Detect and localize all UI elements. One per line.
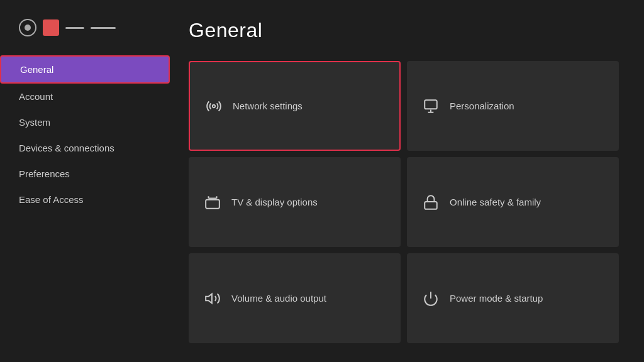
tile-label-volume-audio: Volume & audio output [231,293,326,304]
tile-label-personalization: Personalization [450,101,514,111]
sidebar-item-system[interactable]: System [0,109,170,135]
tile-label-power-mode: Power mode & startup [450,293,543,304]
tile-tv-display[interactable]: TV & display options [189,157,401,247]
page-title: General [189,19,619,42]
tile-label-network-settings: Network settings [233,101,303,111]
gear-icon [19,19,36,36]
tile-network-settings[interactable]: Network settings [189,61,401,151]
sidebar-item-devices--connections[interactable]: Devices & connections [0,135,170,161]
sidebar-nav: GeneralAccountSystemDevices & connection… [0,55,170,212]
volume-audio-icon [204,290,221,307]
tile-power-mode[interactable]: Power mode & startup [407,253,619,343]
tile-label-tv-display: TV & display options [231,197,318,207]
tile-personalization[interactable]: Personalization [407,61,619,151]
sidebar-item-preferences[interactable]: Preferences [0,161,170,187]
tile-online-safety[interactable]: Online safety & family [407,157,619,247]
svg-point-0 [213,104,215,107]
sidebar-item-account[interactable]: Account [0,84,170,109]
svg-rect-2 [206,199,219,208]
avatar-icon [43,19,59,36]
personalization-icon [422,97,440,115]
sidebar-item-ease-of-access[interactable]: Ease of Access [0,187,170,212]
dash2-icon [91,27,116,29]
network-settings-icon [205,97,223,115]
app-container: GeneralAccountSystemDevices & connection… [0,0,644,362]
tile-label-online-safety: Online safety & family [450,197,541,207]
tile-volume-audio[interactable]: Volume & audio output [189,253,401,343]
sidebar-item-general[interactable]: General [0,55,170,84]
svg-marker-4 [206,293,212,303]
sidebar: GeneralAccountSystemDevices & connection… [0,0,170,362]
online-safety-icon [422,194,440,211]
tv-display-icon [204,194,221,211]
power-mode-icon [422,290,440,307]
svg-rect-3 [425,201,437,209]
svg-rect-1 [425,100,437,109]
settings-grid: Network settingsPersonalizationTV & disp… [189,61,619,343]
dash-icon [65,27,84,29]
sidebar-icons [0,19,170,55]
main-content: General Network settingsPersonalizationT… [170,0,644,362]
